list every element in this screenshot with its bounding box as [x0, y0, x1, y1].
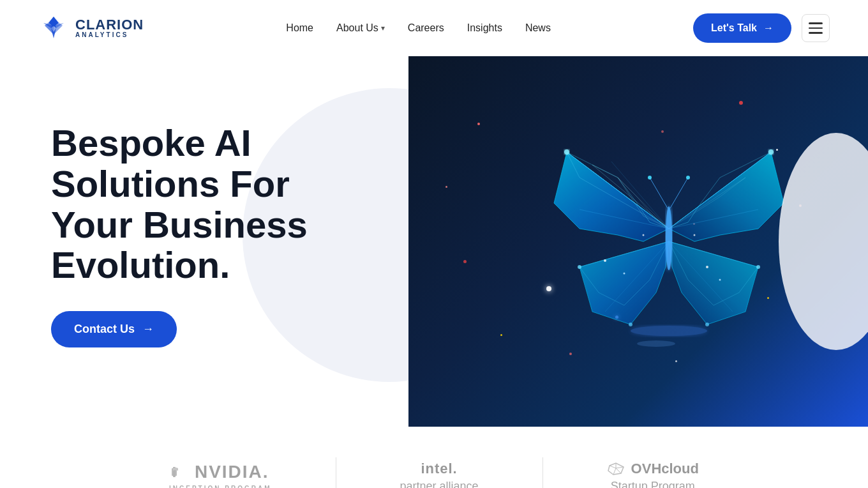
nvidia-logo-text: NVIDIA.: [172, 462, 269, 482]
home-link[interactable]: Home: [286, 22, 313, 33]
cta-arrow-icon: →: [142, 323, 154, 336]
hero-title: Bespoke AI Solutions For Your Business E…: [51, 123, 357, 286]
careers-link[interactable]: Careers: [408, 22, 444, 33]
hero-section: Bespoke AI Solutions For Your Business E…: [0, 56, 868, 427]
news-link[interactable]: News: [525, 22, 551, 33]
insights-link[interactable]: Insights: [467, 22, 502, 33]
hamburger-line-3: [809, 32, 823, 34]
svg-point-36: [756, 265, 760, 269]
nav-insights[interactable]: Insights: [467, 22, 502, 34]
svg-point-46: [694, 234, 696, 236]
svg-point-38: [705, 323, 709, 326]
nav-about[interactable]: About Us ▾: [336, 22, 385, 34]
svg-point-32: [686, 176, 690, 179]
arrow-icon: →: [763, 22, 774, 34]
ovh-logo-text: OVHcloud: [607, 461, 699, 477]
ovh-partner: OVHcloud Startup Program: [607, 461, 699, 489]
nav-links: Home About Us ▾ Careers Insights News: [286, 22, 551, 34]
about-us-link[interactable]: About Us ▾: [336, 22, 385, 34]
chevron-down-icon: ▾: [381, 24, 385, 33]
nav-home[interactable]: Home: [286, 22, 313, 34]
hamburger-line-2: [809, 27, 823, 29]
svg-point-34: [768, 149, 774, 155]
lets-talk-button[interactable]: Let's Talk →: [693, 13, 791, 43]
partner-divider-2: [542, 457, 543, 488]
brand-name: CLARION: [75, 18, 144, 32]
nav-news[interactable]: News: [525, 22, 551, 34]
svg-point-42: [624, 273, 625, 275]
svg-marker-14: [669, 152, 784, 241]
svg-line-30: [670, 178, 688, 208]
partners-section: NVIDIA. INCEPTION PROGRAM intel. partner…: [0, 427, 868, 488]
svg-point-43: [706, 266, 708, 268]
svg-point-40: [637, 340, 675, 347]
logo-text: CLARION ANALYTICS: [75, 18, 144, 38]
contact-us-button[interactable]: Contact Us →: [51, 311, 177, 347]
svg-line-29: [650, 178, 668, 208]
brand-sub: ANALYTICS: [75, 32, 144, 38]
svg-point-35: [578, 265, 581, 269]
hamburger-button[interactable]: [802, 14, 830, 42]
navbar: CLARION ANALYTICS Home About Us ▾ Career…: [0, 0, 868, 56]
svg-marker-20: [580, 241, 669, 324]
hamburger-line-1: [809, 22, 823, 24]
nav-careers[interactable]: Careers: [408, 22, 444, 34]
svg-point-39: [631, 326, 707, 336]
intel-partner: intel. partner alliance: [400, 461, 479, 489]
partner-divider-1: [336, 457, 336, 488]
svg-point-31: [648, 176, 652, 179]
nvidia-icon: [172, 466, 190, 478]
intel-logo-text: intel.: [421, 461, 457, 477]
svg-point-44: [719, 279, 721, 281]
svg-point-45: [643, 234, 645, 236]
hero-content: Bespoke AI Solutions For Your Business E…: [51, 97, 357, 386]
navbar-right: Let's Talk →: [693, 13, 830, 43]
svg-point-37: [629, 323, 632, 326]
svg-point-41: [604, 259, 606, 262]
logo[interactable]: CLARION ANALYTICS: [38, 13, 144, 43]
logo-icon: [38, 13, 69, 43]
ovh-icon: [607, 462, 626, 476]
nvidia-partner: NVIDIA. INCEPTION PROGRAM: [169, 462, 271, 489]
svg-point-33: [564, 149, 569, 155]
svg-marker-5: [554, 152, 669, 241]
svg-marker-24: [669, 241, 758, 324]
butterfly-image: [516, 114, 822, 369]
svg-point-28: [666, 206, 672, 270]
